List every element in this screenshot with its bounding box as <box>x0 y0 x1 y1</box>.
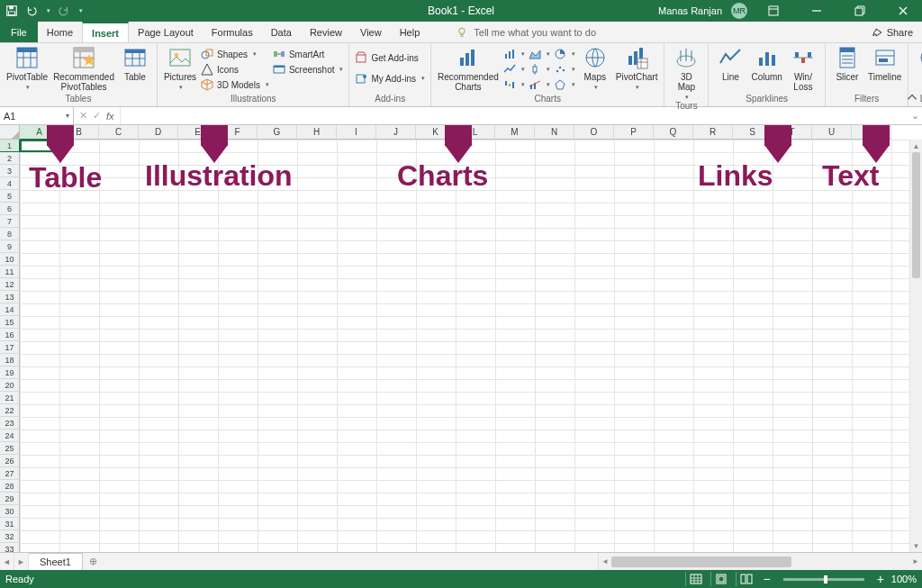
tab-help[interactable]: Help <box>391 22 429 42</box>
expand-formula-bar-icon[interactable]: ⌄ <box>908 107 922 124</box>
row-header-11[interactable]: 11 <box>0 266 20 278</box>
col-header-B[interactable]: B <box>59 125 99 140</box>
enter-formula-icon[interactable]: ✓ <box>93 110 101 122</box>
col-header-U[interactable]: U <box>812 125 852 140</box>
slicer-button[interactable]: Slicer <box>829 45 865 82</box>
recommended-pivottables-button[interactable]: Recommended PivotTables <box>50 45 117 92</box>
sheet-nav-prev[interactable]: ◄ <box>0 553 14 570</box>
page-layout-view-icon[interactable] <box>710 572 730 586</box>
redo-icon[interactable] <box>58 5 70 17</box>
pivottable-button[interactable]: PivotTable▾ <box>4 45 50 91</box>
insert-waterfall-chart-button[interactable]: ▾ <box>502 77 527 92</box>
insert-scatter-button[interactable]: ▾ <box>552 62 577 77</box>
zoom-out-button[interactable]: − <box>761 573 772 585</box>
screenshot-button[interactable]: Screenshot▾ <box>271 62 346 77</box>
normal-view-icon[interactable] <box>685 572 705 586</box>
row-header-23[interactable]: 23 <box>0 417 20 430</box>
undo-icon[interactable] <box>25 5 38 17</box>
col-header-S[interactable]: S <box>733 125 773 140</box>
insert-line-area-button[interactable]: ▾ <box>527 47 552 61</box>
tab-insert[interactable]: Insert <box>82 22 129 42</box>
user-name[interactable]: Manas Ranjan <box>658 5 722 16</box>
column-headers[interactable]: ABCDEFGHIJKLMNOPQRSTUV <box>20 125 909 140</box>
3d-map-button[interactable]: 3D Map▾ <box>668 45 704 101</box>
worksheet-grid[interactable]: ABCDEFGHIJKLMNOPQRSTUV A 123456789101112… <box>0 125 922 552</box>
row-header-29[interactable]: 29 <box>0 493 20 505</box>
3d-models-button[interactable]: 3D Models▾ <box>199 77 271 92</box>
col-header-C[interactable]: C <box>99 125 139 140</box>
share-button[interactable]: Share <box>867 22 918 43</box>
select-all-corner[interactable] <box>0 125 20 140</box>
row-header-5[interactable]: 5 <box>0 190 20 203</box>
col-header-L[interactable]: L <box>456 125 495 140</box>
get-addins-button[interactable]: Get Add-ins <box>353 50 426 65</box>
insert-hierarchy-chart-button[interactable]: ▾ <box>502 62 527 77</box>
vscroll-thumb[interactable] <box>912 152 920 278</box>
hscroll-thumb[interactable] <box>611 556 791 567</box>
row-header-2[interactable]: 2 <box>0 152 20 165</box>
file-tab[interactable]: File <box>0 22 38 42</box>
col-header-R[interactable]: R <box>693 125 733 140</box>
insert-surface-button[interactable]: ▾ <box>552 77 577 92</box>
name-box[interactable]: A1▾ <box>0 107 74 124</box>
my-addins-button[interactable]: My Add-ins▾ <box>353 71 426 86</box>
close-button[interactable] <box>886 0 920 22</box>
vertical-scrollbar[interactable]: ▲ ▼ <box>909 140 922 552</box>
row-header-24[interactable]: 24 <box>0 430 20 442</box>
link-button[interactable]: Link▾ <box>912 45 922 91</box>
tab-data[interactable]: Data <box>262 22 301 42</box>
row-header-15[interactable]: 15 <box>0 316 20 329</box>
row-header-27[interactable]: 27 <box>0 467 20 480</box>
col-header-F[interactable]: F <box>218 125 258 140</box>
formula-input[interactable] <box>121 107 908 124</box>
sheet-nav-next[interactable]: ► <box>14 553 29 570</box>
col-header-E[interactable]: E <box>178 125 218 140</box>
row-header-18[interactable]: 18 <box>0 354 20 366</box>
cancel-formula-icon[interactable]: ✕ <box>79 110 87 122</box>
row-header-9[interactable]: 9 <box>0 240 20 253</box>
col-header-P[interactable]: P <box>614 125 654 140</box>
col-header-A-selected[interactable]: A <box>20 125 59 140</box>
row-header-30[interactable]: 30 <box>0 505 20 518</box>
col-header-Q[interactable]: Q <box>654 125 693 140</box>
tab-review[interactable]: Review <box>301 22 351 42</box>
row-header-31[interactable]: 31 <box>0 518 20 530</box>
col-header-G[interactable]: G <box>258 125 297 140</box>
tell-me-search[interactable]: Tell me what you want to do <box>456 22 596 42</box>
insert-bar-chart-button[interactable]: ▾ <box>502 47 527 61</box>
recommended-charts-button[interactable]: Recommended Charts <box>435 45 502 92</box>
row-header-33[interactable]: 33 <box>0 543 20 552</box>
col-header-K[interactable]: K <box>416 125 456 140</box>
zoom-slider[interactable] <box>783 578 864 581</box>
minimize-button[interactable] <box>800 0 834 22</box>
tab-view[interactable]: View <box>351 22 391 42</box>
table-button[interactable]: Table <box>117 45 153 82</box>
row-header-13[interactable]: 13 <box>0 291 20 303</box>
pivotchart-button[interactable]: PivotChart▾ <box>613 45 661 91</box>
pictures-button[interactable]: Pictures▾ <box>161 45 199 91</box>
collapse-ribbon-button[interactable] <box>906 92 918 104</box>
tab-page-layout[interactable]: Page Layout <box>129 22 203 42</box>
insert-combo-button[interactable]: ▾ <box>527 77 552 92</box>
row-header-19[interactable]: 19 <box>0 366 20 379</box>
col-header-N[interactable]: N <box>535 125 574 140</box>
page-break-view-icon[interactable] <box>736 572 755 586</box>
row-header-4[interactable]: 4 <box>0 177 20 190</box>
timeline-button[interactable]: Timeline <box>865 45 904 82</box>
icons-button[interactable]: Icons <box>199 62 271 77</box>
save-icon[interactable] <box>5 5 18 17</box>
insert-pie-button[interactable]: ▾ <box>552 47 577 61</box>
row-header-14[interactable]: 14 <box>0 303 20 316</box>
user-avatar[interactable]: MR <box>731 3 747 19</box>
col-header-I[interactable]: I <box>337 125 376 140</box>
insert-function-icon[interactable]: fx <box>106 111 114 122</box>
sheet-tab-sheet1[interactable]: Sheet1 <box>29 553 83 570</box>
row-header-8[interactable]: 8 <box>0 228 20 240</box>
row-header-10[interactable]: 10 <box>0 253 20 266</box>
tab-formulas[interactable]: Formulas <box>203 22 262 42</box>
col-header-O[interactable]: O <box>574 125 614 140</box>
maximize-button[interactable] <box>843 0 877 22</box>
row-header-25[interactable]: 25 <box>0 442 20 455</box>
col-header-J[interactable]: J <box>376 125 416 140</box>
qat-customize-icon[interactable]: ▾ <box>79 7 83 14</box>
